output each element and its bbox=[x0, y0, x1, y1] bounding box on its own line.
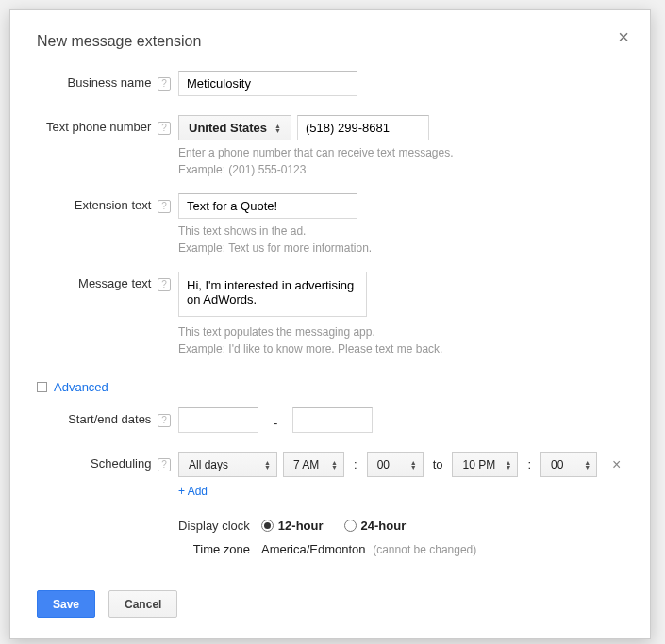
clock-24-radio[interactable] bbox=[344, 520, 357, 532]
help-icon[interactable]: ? bbox=[158, 122, 171, 135]
phone-hint: Enter a phone number that can receive te… bbox=[178, 144, 623, 178]
save-button[interactable]: Save bbox=[37, 590, 95, 618]
time-colon: : bbox=[527, 457, 531, 471]
from-min-select[interactable]: 00 ▲▼ bbox=[367, 452, 424, 477]
message-text-label: Message text ? bbox=[37, 272, 178, 291]
chevron-updown-icon: ▲▼ bbox=[264, 460, 271, 470]
help-icon[interactable]: ? bbox=[158, 77, 171, 91]
message-text-input[interactable]: Hi, I'm interested in advertising on AdW… bbox=[178, 272, 367, 317]
clock-24-label: 24-hour bbox=[361, 519, 407, 533]
chevron-updown-icon: ▲▼ bbox=[331, 460, 338, 470]
to-hour-select[interactable]: 10 PM ▲▼ bbox=[452, 452, 518, 477]
time-colon: : bbox=[354, 457, 357, 471]
timezone-label: Time zone bbox=[178, 542, 250, 556]
to-min-select[interactable]: 00 ▲▼ bbox=[540, 452, 597, 477]
clock-12-label: 12-hour bbox=[278, 519, 324, 533]
from-hour-select[interactable]: 7 AM ▲▼ bbox=[283, 452, 344, 477]
start-date-input[interactable] bbox=[178, 407, 258, 433]
advanced-toggle[interactable]: Advanced bbox=[54, 380, 108, 394]
chevron-updown-icon: ▲▼ bbox=[584, 460, 590, 470]
country-select[interactable]: United States ▲▼ bbox=[178, 115, 291, 140]
help-icon[interactable]: ? bbox=[158, 414, 171, 427]
timezone-value: America/Edmonton (cannot be changed) bbox=[261, 542, 476, 556]
chevron-updown-icon: ▲▼ bbox=[410, 460, 417, 470]
to-word: to bbox=[433, 457, 443, 471]
cancel-button[interactable]: Cancel bbox=[108, 590, 177, 618]
extension-text-input[interactable] bbox=[178, 193, 357, 219]
dialog-title: New message extension bbox=[37, 33, 623, 50]
extension-text-hint: This text shows in the ad. Example: Text… bbox=[178, 223, 623, 256]
help-icon[interactable]: ? bbox=[158, 200, 171, 213]
phone-input[interactable] bbox=[297, 115, 429, 140]
clock-12-radio[interactable] bbox=[261, 520, 274, 532]
add-schedule-link[interactable]: + Add bbox=[178, 485, 623, 498]
display-clock-label: Display clock bbox=[178, 519, 250, 533]
date-separator: - bbox=[274, 411, 277, 430]
help-icon[interactable]: ? bbox=[158, 278, 171, 291]
message-text-hint: This text populates the messaging app. E… bbox=[178, 323, 623, 357]
collapse-icon[interactable]: – bbox=[37, 382, 47, 392]
phone-label: Text phone number ? bbox=[37, 115, 178, 135]
remove-schedule-icon[interactable]: × bbox=[612, 456, 621, 473]
dates-label: Start/end dates ? bbox=[37, 407, 178, 427]
business-name-label: Business name ? bbox=[37, 71, 178, 91]
chevron-updown-icon: ▲▼ bbox=[506, 460, 512, 470]
business-name-input[interactable] bbox=[178, 71, 357, 96]
extension-text-label: Extension text ? bbox=[37, 193, 178, 213]
days-select[interactable]: All days ▲▼ bbox=[178, 452, 277, 477]
message-extension-dialog: × New message extension Business name ? … bbox=[9, 9, 651, 639]
end-date-input[interactable] bbox=[292, 407, 373, 433]
chevron-updown-icon: ▲▼ bbox=[274, 124, 281, 133]
scheduling-label: Scheduling ? bbox=[37, 452, 178, 471]
help-icon[interactable]: ? bbox=[158, 458, 171, 471]
close-icon[interactable]: × bbox=[618, 27, 629, 46]
